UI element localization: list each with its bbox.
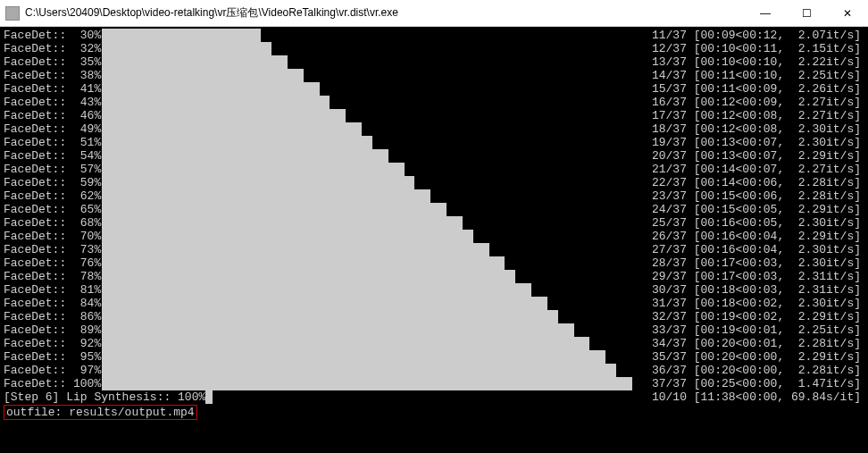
facedet-row: FaceDet:: 92%34/37 [00:20<00:01, 2.28it/… (4, 337, 868, 350)
progress-stats: 19/37 [00:13<00:07, 2.30it/s] (652, 136, 861, 149)
progress-bar (102, 297, 632, 310)
progress-bar (102, 109, 632, 122)
facedet-row: FaceDet:: 81%30/37 [00:18<00:03, 2.31it/… (4, 283, 868, 297)
progress-bar (102, 82, 632, 96)
maximize-button[interactable]: ☐ (786, 0, 827, 26)
progress-stats: 34/37 [00:20<00:01, 2.28it/s] (652, 337, 861, 350)
progress-bar (102, 96, 632, 109)
facedet-row: FaceDet:: 30%11/37 [00:09<00:12, 2.07it/… (4, 29, 868, 42)
progress-bar (102, 216, 632, 230)
facedet-label: FaceDet:: 54% (4, 149, 102, 163)
facedet-label: FaceDet:: 38% (4, 69, 102, 82)
progress-stats: 14/37 [00:11<00:10, 2.25it/s] (652, 69, 861, 82)
facedet-label: FaceDet:: 62% (4, 189, 102, 203)
progress-bar (102, 42, 632, 55)
console-output[interactable]: FaceDet:: 30%11/37 [00:09<00:12, 2.07it/… (0, 27, 868, 453)
progress-bar (102, 163, 632, 176)
progress-stats: 21/37 [00:14<00:07, 2.27it/s] (652, 163, 861, 176)
facedet-label: FaceDet:: 73% (4, 243, 102, 256)
facedet-row: FaceDet:: 43%16/37 [00:12<00:09, 2.27it/… (4, 96, 868, 109)
progress-bar (102, 203, 632, 216)
facedet-label: FaceDet:: 86% (4, 310, 102, 323)
progress-bar (102, 310, 632, 323)
progress-bar (102, 136, 632, 149)
facedet-row: FaceDet:: 78%29/37 [00:17<00:03, 2.31it/… (4, 270, 868, 283)
facedet-label: FaceDet:: 46% (4, 109, 102, 122)
facedet-row: FaceDet:: 86%32/37 [00:19<00:02, 2.29it/… (4, 310, 868, 323)
progress-stats: 24/37 [00:15<00:05, 2.29it/s] (652, 203, 861, 216)
progress-stats: 15/37 [00:11<00:09, 2.26it/s] (652, 82, 861, 96)
progress-stats: 17/37 [00:12<00:08, 2.27it/s] (652, 109, 861, 122)
progress-stats: 35/37 [00:20<00:00, 2.29it/s] (652, 350, 861, 364)
progress-bar (102, 323, 632, 337)
facedet-label: FaceDet:: 57% (4, 163, 102, 176)
progress-stats: 22/37 [00:14<00:06, 2.28it/s] (652, 176, 861, 189)
progress-bar (102, 176, 632, 189)
facedet-label: FaceDet:: 65% (4, 203, 102, 216)
facedet-label: FaceDet:: 32% (4, 42, 102, 55)
facedet-row: FaceDet:: 68%25/37 [00:16<00:05, 2.30it/… (4, 216, 868, 230)
facedet-row: FaceDet:: 57%21/37 [00:14<00:07, 2.27it/… (4, 163, 868, 176)
facedet-row: FaceDet:: 38%14/37 [00:11<00:10, 2.25it/… (4, 69, 868, 82)
progress-bar (102, 350, 632, 364)
facedet-label: FaceDet:: 89% (4, 323, 102, 337)
progress-stats: 11/37 [00:09<00:12, 2.07it/s] (652, 29, 861, 42)
progress-stats: 31/37 [00:18<00:02, 2.30it/s] (652, 297, 861, 310)
facedet-label: FaceDet:: 92% (4, 337, 102, 350)
progress-bar (102, 55, 632, 69)
progress-bar (102, 364, 632, 377)
progress-stats: 36/37 [00:20<00:00, 2.28it/s] (652, 364, 861, 377)
progress-stats: 23/37 [00:15<00:06, 2.28it/s] (652, 189, 861, 203)
progress-bar (102, 230, 632, 243)
progress-bar (102, 122, 632, 136)
facedet-row: FaceDet:: 51%19/37 [00:13<00:07, 2.30it/… (4, 136, 868, 149)
facedet-row: FaceDet:: 62%23/37 [00:15<00:06, 2.28it/… (4, 189, 868, 203)
facedet-row: FaceDet:: 49%18/37 [00:12<00:08, 2.30it/… (4, 122, 868, 136)
window-titlebar: C:\Users\20409\Desktop\video-retalking\v… (0, 0, 868, 27)
facedet-label: FaceDet:: 95% (4, 350, 102, 364)
progress-stats: 37/37 [00:25<00:00, 1.47it/s] (652, 377, 861, 390)
facedet-label: FaceDet:: 81% (4, 283, 102, 297)
facedet-row: FaceDet:: 84%31/37 [00:18<00:02, 2.30it/… (4, 297, 868, 310)
progress-stats: 29/37 [00:17<00:03, 2.31it/s] (652, 270, 861, 283)
facedet-row: FaceDet:: 32%12/37 [00:10<00:11, 2.15it/… (4, 42, 868, 55)
facedet-row: FaceDet:: 41%15/37 [00:11<00:09, 2.26it/… (4, 82, 868, 96)
facedet-row: FaceDet:: 54%20/37 [00:13<00:07, 2.29it/… (4, 149, 868, 163)
facedet-row: FaceDet:: 65%24/37 [00:15<00:05, 2.29it/… (4, 203, 868, 216)
progress-stats: 13/37 [00:10<00:10, 2.22it/s] (652, 55, 861, 69)
progress-bar (102, 283, 632, 297)
progress-stats: 18/37 [00:12<00:08, 2.30it/s] (652, 122, 861, 136)
facedet-row: FaceDet:: 100%37/37 [00:25<00:00, 1.47it… (4, 377, 868, 390)
minimize-button[interactable]: — (745, 0, 786, 26)
facedet-row: FaceDet:: 76%28/37 [00:17<00:03, 2.30it/… (4, 256, 868, 270)
facedet-label: FaceDet:: 30% (4, 29, 102, 42)
window-title: C:\Users\20409\Desktop\video-retalking\v… (25, 5, 398, 21)
progress-stats: 27/37 [00:16<00:04, 2.30it/s] (652, 243, 861, 256)
progress-bar (102, 377, 632, 390)
progress-stats: 28/37 [00:17<00:03, 2.30it/s] (652, 256, 861, 270)
facedet-label: FaceDet:: 84% (4, 297, 102, 310)
close-button[interactable]: ✕ (827, 0, 868, 26)
facedet-label: FaceDet:: 100% (4, 377, 102, 390)
facedet-label: FaceDet:: 35% (4, 55, 102, 69)
facedet-label: FaceDet:: 68% (4, 216, 102, 230)
progress-stats: 26/37 [00:16<00:04, 2.29it/s] (652, 230, 861, 243)
progress-bar (102, 337, 632, 350)
facedet-label: FaceDet:: 49% (4, 122, 102, 136)
progress-stats: 25/37 [00:16<00:05, 2.30it/s] (652, 216, 861, 230)
progress-bar (102, 29, 632, 42)
progress-bar (102, 69, 632, 82)
facedet-label: FaceDet:: 51% (4, 136, 102, 149)
progress-stats: 33/37 [00:19<00:01, 2.25it/s] (652, 323, 861, 337)
facedet-row: FaceDet:: 95%35/37 [00:20<00:00, 2.29it/… (4, 350, 868, 364)
progress-bar (102, 243, 632, 256)
facedet-label: FaceDet:: 76% (4, 256, 102, 270)
facedet-row: FaceDet:: 59%22/37 [00:14<00:06, 2.28it/… (4, 176, 868, 189)
progress-bar (102, 270, 632, 283)
facedet-label: FaceDet:: 78% (4, 270, 102, 283)
outfile-line: outfile: results/output.mp4 (4, 405, 197, 420)
facedet-row: FaceDet:: 46%17/37 [00:12<00:08, 2.27it/… (4, 109, 868, 122)
progress-stats: 12/37 [00:10<00:11, 2.15it/s] (652, 42, 861, 55)
progress-stats: 30/37 [00:18<00:03, 2.31it/s] (652, 283, 861, 297)
progress-stats: 32/37 [00:19<00:02, 2.29it/s] (652, 310, 861, 323)
